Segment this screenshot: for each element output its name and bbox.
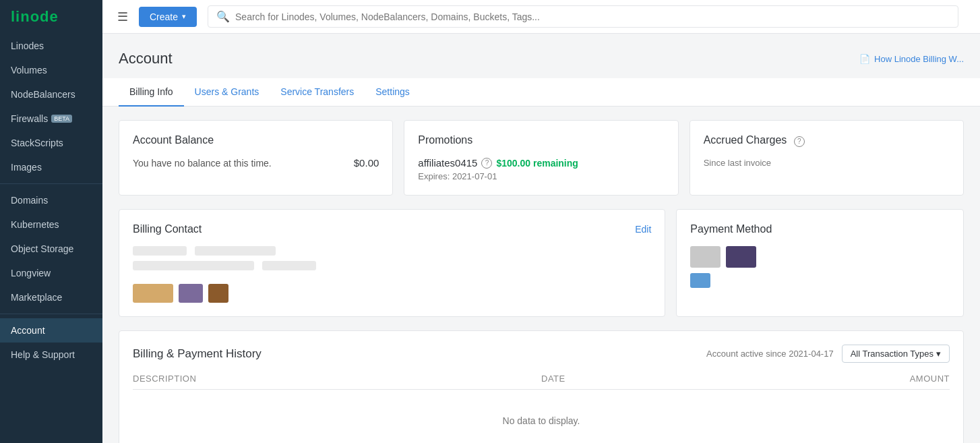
sidebar-item-domains[interactable]: Domains (0, 188, 102, 212)
page-title: Account (119, 50, 173, 67)
sidebar-item-label: Object Storage (11, 243, 73, 254)
sidebar-item-nodebalancers[interactable]: NodeBalancers (0, 82, 102, 107)
sidebar-item-marketplace[interactable]: Marketplace (0, 285, 102, 309)
col-amount: Amount (745, 374, 950, 384)
field-block (195, 246, 276, 256)
sidebar-item-firewalls[interactable]: Firewalls BETA (0, 107, 102, 131)
sidebar-item-stackscripts[interactable]: StackScripts (0, 131, 102, 155)
payment-method-title: Payment Method (690, 223, 950, 235)
search-input[interactable] (235, 11, 950, 22)
field-row-1 (133, 246, 651, 256)
no-balance-text: You have no balance at this time. (133, 158, 272, 169)
sidebar-divider-2 (0, 314, 102, 314)
sidebar-item-label: Marketplace (11, 292, 62, 303)
summary-cards: Account Balance You have no balance at t… (119, 120, 964, 196)
sidebar-item-object-storage[interactable]: Object Storage (0, 237, 102, 261)
history-header: Billing & Payment History Account active… (133, 345, 950, 363)
sidebar-item-linodes[interactable]: Linodes (0, 34, 102, 58)
accrued-help-icon[interactable]: ? (794, 136, 805, 147)
search-icon: 🔍 (216, 10, 230, 23)
billing-contact-card: Billing Contact Edit (119, 209, 665, 317)
payment-blocks (690, 246, 950, 268)
contact-avatar-area (133, 284, 651, 303)
col-date: Date (541, 374, 745, 384)
contact-fields (133, 246, 651, 303)
balance-row: You have no balance at this time. $0.00 (133, 157, 379, 169)
account-balance-title: Account Balance (133, 134, 379, 146)
sidebar-item-label: Kubernetes (11, 219, 59, 230)
sidebar-item-label: Firewalls (11, 113, 48, 124)
billing-contact-header: Billing Contact Edit (133, 223, 651, 235)
content-area: Account 📄 How Linode Billing W... Billin… (102, 34, 980, 443)
payment-block-darkpurple (726, 246, 756, 268)
sidebar-item-label: StackScripts (11, 138, 63, 148)
sidebar-item-label: Longview (11, 268, 51, 278)
beta-badge: BETA (51, 115, 72, 123)
field-block (133, 261, 254, 270)
transaction-types-button[interactable]: All Transaction Types ▾ (842, 345, 950, 363)
tab-service-transfers[interactable]: Service Transfers (270, 78, 365, 107)
field-block (133, 246, 187, 256)
color-block-tan (133, 284, 173, 303)
sidebar-item-kubernetes[interactable]: Kubernetes (0, 212, 102, 237)
color-block-purple (179, 284, 203, 303)
promo-expires: Expires: 2021-07-01 (418, 171, 664, 181)
document-icon: 📄 (859, 54, 870, 64)
history-title: Billing & Payment History (133, 347, 262, 361)
promo-help-icon[interactable]: ? (481, 158, 492, 169)
sidebar-item-label: Account (11, 325, 45, 336)
chevron-down-icon: ▾ (936, 349, 941, 359)
account-active-since: Account active since 2021-04-17 (706, 349, 834, 359)
col-description: Description (133, 374, 541, 384)
sidebar-item-label: Volumes (11, 65, 47, 76)
promo-remaining: $100.00 remaining (496, 158, 578, 169)
no-data-message: No data to display. (133, 395, 950, 443)
since-last-invoice: Since last invoice (704, 158, 950, 168)
hamburger-button[interactable]: ☰ (113, 5, 132, 28)
table-header: Description Date Amount (133, 374, 950, 390)
sidebar-item-label: Linodes (11, 40, 44, 51)
search-bar: 🔍 (208, 5, 958, 28)
tab-billing-info[interactable]: Billing Info (119, 78, 184, 107)
sidebar-item-label: Domains (11, 195, 48, 206)
sidebar-item-longview[interactable]: Longview (0, 261, 102, 285)
color-block-brown (208, 284, 228, 303)
history-section: Billing & Payment History Account active… (119, 330, 964, 443)
sidebar-item-label: Help & Support (11, 349, 75, 360)
create-button[interactable]: Create ▾ (139, 7, 197, 27)
create-button-label: Create (150, 11, 178, 22)
accrued-charges-card: Accrued Charges ? Since last invoice (690, 120, 964, 196)
sidebar-item-help-support[interactable]: Help & Support (0, 343, 102, 367)
accrued-charges-title: Accrued Charges ? (704, 134, 950, 147)
balance-amount: $0.00 (354, 157, 379, 169)
payment-method-card: Payment Method (676, 209, 964, 317)
tab-users-grants[interactable]: Users & Grants (184, 78, 270, 107)
main-content: ☰ Create ▾ 🔍 Account 📄 How Linode Billin… (102, 0, 980, 443)
chevron-down-icon: ▾ (182, 12, 186, 21)
sidebar-divider (0, 183, 102, 184)
sidebar-item-label: Images (11, 162, 42, 173)
sidebar: linode Linodes Volumes NodeBalancers Fir… (0, 0, 102, 443)
billing-contact-title: Billing Contact (133, 223, 202, 235)
field-block (262, 261, 316, 270)
topbar: ☰ Create ▾ 🔍 (102, 0, 980, 34)
sidebar-item-account[interactable]: Account (0, 318, 102, 343)
promotions-card: Promotions affiliates0415 ? $100.00 rema… (404, 120, 678, 196)
sidebar-item-images[interactable]: Images (0, 155, 102, 179)
field-row-2 (133, 261, 651, 270)
history-meta: Account active since 2021-04-17 All Tran… (706, 345, 950, 363)
payment-block-blue (690, 273, 710, 288)
tabs-container: Billing Info Users & Grants Service Tran… (102, 78, 980, 107)
payment-block-gray (690, 246, 721, 268)
billing-contact-edit-link[interactable]: Edit (635, 224, 651, 235)
payment-block-blue-row (690, 273, 950, 288)
account-balance-card: Account Balance You have no balance at t… (119, 120, 393, 196)
tab-settings[interactable]: Settings (365, 78, 421, 107)
sidebar-item-volumes[interactable]: Volumes (0, 58, 102, 82)
page-header: Account 📄 How Linode Billing W... (119, 50, 964, 67)
contact-payment-row: Billing Contact Edit (119, 209, 964, 317)
promotions-title: Promotions (418, 134, 664, 146)
sidebar-logo: linode (0, 0, 102, 34)
promo-code: affiliates0415 ? $100.00 remaining (418, 157, 664, 169)
how-billing-link[interactable]: 📄 How Linode Billing W... (859, 54, 964, 64)
